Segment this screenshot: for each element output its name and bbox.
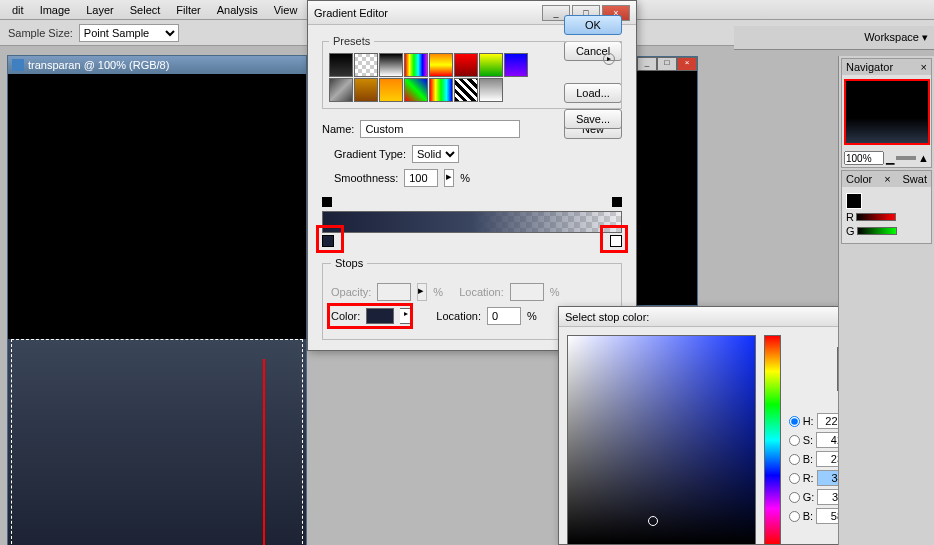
foreground-color-chip[interactable] <box>846 193 862 209</box>
smoothness-unit: % <box>460 172 470 184</box>
location-label-1: Location: <box>459 286 504 298</box>
smoothness-label: Smoothness: <box>334 172 398 184</box>
navigator-panel: Navigator× ▁ ▲ <box>841 58 932 168</box>
name-input[interactable] <box>360 120 520 138</box>
presets-label: Presets <box>329 35 374 47</box>
preset-swatch[interactable] <box>429 78 453 102</box>
s-label: S: <box>803 434 813 446</box>
r-slider[interactable] <box>856 213 896 221</box>
menu-select[interactable]: Select <box>122 2 169 18</box>
stops-label: Stops <box>331 257 367 269</box>
color-field[interactable] <box>567 335 756 545</box>
save-button[interactable]: Save... <box>564 109 622 129</box>
s-radio[interactable] <box>789 435 800 446</box>
hue-slider[interactable] <box>764 335 781 545</box>
menu-layer[interactable]: Layer <box>78 2 122 18</box>
navigator-title[interactable]: Navigator <box>846 61 893 73</box>
sample-size-label: Sample Size: <box>8 27 73 39</box>
r-slider-label: R <box>846 211 854 223</box>
preset-swatch[interactable] <box>479 53 503 77</box>
b-label: B: <box>803 453 813 465</box>
close-icon[interactable]: × <box>921 61 927 73</box>
menu-filter[interactable]: Filter <box>168 2 208 18</box>
preset-swatches <box>329 53 529 102</box>
canvas[interactable] <box>8 74 306 544</box>
g-slider-label: G <box>846 225 855 237</box>
gradient-editor-dialog: Gradient Editor _ □ × OK Cancel Load... … <box>307 0 637 351</box>
preset-swatch[interactable] <box>354 53 378 77</box>
right-panels: Navigator× ▁ ▲ Color×Swat R G <box>838 56 934 545</box>
gradient-bar[interactable] <box>322 211 622 233</box>
zoom-slider[interactable] <box>896 156 916 160</box>
h-label: H: <box>803 415 814 427</box>
preset-swatch[interactable] <box>329 53 353 77</box>
preset-swatch[interactable] <box>354 78 378 102</box>
opacity-stop-left[interactable] <box>322 197 332 207</box>
preset-swatch[interactable] <box>504 53 528 77</box>
swatches-tab[interactable]: Swat <box>903 173 927 185</box>
close-icon[interactable]: × <box>884 173 890 185</box>
zoom-in-icon[interactable]: ▲ <box>918 152 929 164</box>
opacity-input <box>377 283 411 301</box>
annotation-box-color <box>327 303 413 329</box>
color-picker-title: Select stop color: <box>565 311 649 323</box>
menu-view[interactable]: View <box>266 2 306 18</box>
opacity-arrow-icon: ▸ <box>417 283 427 301</box>
location-unit-1: % <box>550 286 560 298</box>
zoom-input[interactable] <box>844 151 884 165</box>
color-panel: Color×Swat R G <box>841 170 932 244</box>
sample-size-select[interactable]: Point Sample <box>79 24 179 42</box>
g-radio[interactable] <box>789 492 800 503</box>
opacity-label: Opacity: <box>331 286 371 298</box>
preset-swatch[interactable] <box>479 78 503 102</box>
smoothness-arrow-icon[interactable]: ▸ <box>444 169 454 187</box>
g-slider[interactable] <box>857 227 897 235</box>
r-radio[interactable] <box>789 473 800 484</box>
zoom-out-icon[interactable]: ▁ <box>886 152 894 165</box>
preset-swatch[interactable] <box>429 53 453 77</box>
color-field-cursor[interactable] <box>648 516 658 526</box>
preset-swatch[interactable] <box>404 78 428 102</box>
menu-edit[interactable]: dit <box>4 2 32 18</box>
maximize-icon[interactable]: □ <box>657 57 677 71</box>
workspace-dropdown[interactable]: Workspace ▾ <box>864 31 928 44</box>
preset-swatch[interactable] <box>379 53 403 77</box>
preset-swatch[interactable] <box>329 78 353 102</box>
canvas-gradient-region <box>8 339 306 545</box>
document-title: transparan @ 100% (RGB/8) <box>28 59 169 71</box>
preset-swatch[interactable] <box>404 53 428 77</box>
gradient-type-select[interactable]: Solid <box>412 145 459 163</box>
preset-swatch[interactable] <box>454 53 478 77</box>
menu-analysis[interactable]: Analysis <box>209 2 266 18</box>
presets-menu-icon[interactable]: ▸ <box>603 53 615 65</box>
ok-button[interactable]: OK <box>564 15 622 35</box>
color-panel-title[interactable]: Color <box>846 173 872 185</box>
document-icon <box>12 59 24 71</box>
marquee-left <box>11 339 12 544</box>
name-label: Name: <box>322 123 354 135</box>
bb-label: B: <box>803 510 813 522</box>
workspace-bar: Workspace ▾ <box>734 26 934 50</box>
preset-swatch[interactable] <box>454 78 478 102</box>
navigator-thumbnail[interactable] <box>844 79 930 145</box>
location-label-2: Location: <box>436 310 481 322</box>
b-radio[interactable] <box>789 454 800 465</box>
location-unit-2: % <box>527 310 537 322</box>
location-input-2[interactable] <box>487 307 521 325</box>
gradient-type-label: Gradient Type: <box>334 148 406 160</box>
document-titlebar[interactable]: transparan @ 100% (RGB/8) <box>8 56 306 74</box>
presets-group: Presets ▸ <box>322 35 622 109</box>
document-window-2: _ □ × <box>628 56 698 306</box>
minimize-icon[interactable]: _ <box>637 57 657 71</box>
bb-radio[interactable] <box>789 511 800 522</box>
smoothness-input[interactable] <box>404 169 438 187</box>
gradient-bar-area[interactable] <box>322 197 622 247</box>
annotation-box-right <box>600 225 628 253</box>
h-radio[interactable] <box>789 416 800 427</box>
menu-image[interactable]: Image <box>32 2 79 18</box>
g-label: G: <box>803 491 815 503</box>
preset-swatch[interactable] <box>379 78 403 102</box>
opacity-stop-right[interactable] <box>612 197 622 207</box>
gradient-editor-title: Gradient Editor <box>314 7 388 19</box>
close-icon[interactable]: × <box>677 57 697 71</box>
